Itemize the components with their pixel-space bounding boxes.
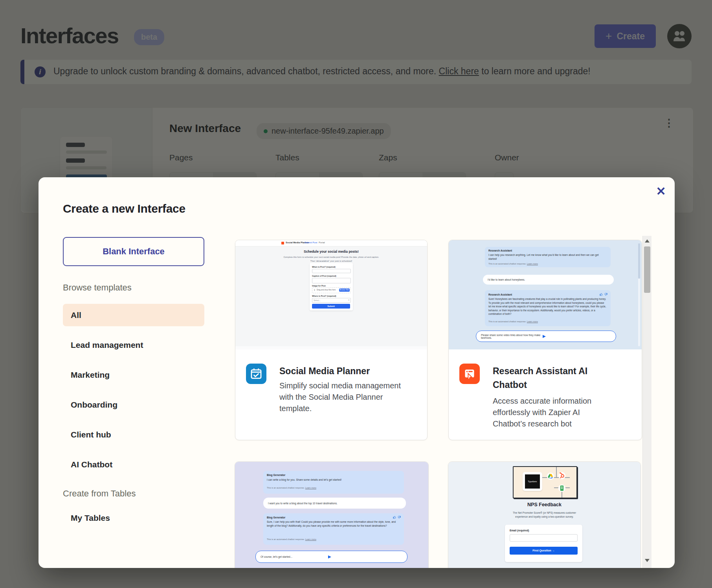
- learn-more-link: Learn more: [527, 263, 538, 265]
- blog-msg2: Sure, I can help you with that! Could yo…: [267, 520, 398, 528]
- sidebar-item-onboarding[interactable]: Onboarding: [63, 393, 204, 416]
- template-title: Social Media Planner: [279, 364, 370, 378]
- smp-sub1: Complete this form to schedule your next…: [235, 256, 427, 258]
- send-icon: [328, 555, 404, 559]
- blog-chat-input: Of course, let's get started...: [255, 551, 407, 563]
- smp-label-where: Where to Post? (required): [312, 295, 336, 297]
- sidebar-item-ai-chatbot[interactable]: AI Chatbot: [63, 453, 204, 476]
- chevron-down-icon: ▾: [348, 299, 349, 301]
- nps-email-input: [510, 534, 578, 542]
- create-interface-modal: ✕ Create a new Interface Blank Interface…: [39, 177, 675, 568]
- nps-email-label: Email (required): [510, 529, 529, 532]
- nps-thumbnail: Typeform: [448, 462, 640, 568]
- smp-nav-submit: Submit Post: [305, 241, 317, 244]
- nps-title: NPS Feedback: [448, 502, 640, 507]
- close-icon[interactable]: ✕: [653, 184, 669, 199]
- nps-illustration: Typeform: [513, 466, 577, 498]
- nps-first-question-button: First Question →: [510, 547, 578, 555]
- smp-thumbnail: Social Media Planner Submit Post Portal …: [235, 240, 427, 349]
- scroll-down-icon[interactable]: [645, 559, 650, 562]
- thumbs-up-icon: [393, 516, 396, 519]
- scrollbar-thumb[interactable]: [644, 246, 650, 293]
- nps-desc1: The Net Promoter Score® (or NPS) measure…: [448, 511, 640, 514]
- template-description: Simplify social media management with th…: [279, 380, 415, 414]
- browse-templates-heading: Browse templates: [63, 283, 132, 293]
- research-user-msg: I'd like to learn about honeybees.: [483, 275, 614, 285]
- thumbs-down-icon: [604, 293, 607, 296]
- research-msg1: I can help you research anything. Let me…: [488, 253, 606, 261]
- template-card-research-assistant[interactable]: Research Assistant I can help you resear…: [448, 240, 642, 440]
- research-bot-name: Research Assistant: [488, 249, 512, 252]
- template-card-blog-generator[interactable]: Blog Generator I can write a blog for yo…: [235, 461, 429, 568]
- chatbot-icon: [459, 364, 480, 384]
- blog-user-msg: I want you to write a blog about the top…: [263, 498, 406, 509]
- research-thumbnail: Research Assistant I can help you resear…: [449, 240, 642, 349]
- nps-desc2: experience and loyalty using a two-quest…: [448, 515, 640, 518]
- thumbnail-scrollbar: [638, 243, 640, 346]
- smp-form: When to Post? (required) Caption of Post…: [310, 263, 353, 311]
- modal-title: Create a new Interface: [63, 202, 185, 215]
- smp-brand-icon: [281, 242, 284, 244]
- blank-interface-button[interactable]: Blank Interface: [63, 237, 204, 266]
- template-description: Access accurate information effortlessly…: [493, 395, 615, 430]
- smp-label-image: Image for Post: [312, 285, 326, 287]
- typeform-logo: Typeform: [523, 472, 542, 491]
- smp-sub2: Then 'abracadabra!' your post is schedul…: [235, 260, 427, 262]
- smp-heading: Schedule your social media posts!: [235, 250, 427, 254]
- template-card-social-media-planner[interactable]: Social Media Planner Submit Post Portal …: [235, 240, 428, 440]
- smp-select: Select...: [314, 299, 321, 301]
- smp-label-when: When to Post? (required): [312, 266, 336, 268]
- modal-scrollbar[interactable]: [642, 236, 651, 568]
- template-card-nps-feedback[interactable]: Typeform: [448, 461, 641, 568]
- blog-bot-name: Blog Generator: [267, 474, 285, 476]
- send-icon: [543, 335, 612, 338]
- hubspot-icon: [558, 472, 566, 480]
- thumbs-down-icon: [398, 516, 401, 519]
- sidebar-item-marketing[interactable]: Marketing: [63, 364, 204, 386]
- research-msg2: Sure! Honeybees are fascinating creature…: [488, 297, 607, 316]
- thumbs-up-icon: [600, 293, 603, 296]
- upload-icon: ⇪: [314, 288, 316, 291]
- smp-dropzone: ⇪ Drag and drop files here Browse files: [312, 287, 351, 293]
- sidebar-item-all[interactable]: All: [63, 304, 204, 326]
- app-root: Interfaces beta + Create i Upgrade to un…: [0, 0, 712, 588]
- sheets-icon: [558, 484, 566, 492]
- sidebar-item-client-hub[interactable]: Client hub: [63, 423, 204, 446]
- drive-icon: [547, 472, 554, 480]
- smp-submit-button: Submit: [312, 304, 350, 309]
- blog-msg1: I can write a blog for you. Share some d…: [267, 478, 396, 482]
- scroll-up-icon[interactable]: [645, 239, 650, 243]
- smp-nav-portal: Portal: [319, 241, 325, 244]
- blog-thumbnail: Blog Generator I can write a blog for yo…: [235, 462, 428, 568]
- nps-form: Email (required) First Question →: [505, 525, 582, 562]
- smp-browse-button: Browse files: [339, 288, 350, 292]
- calendar-icon: [246, 364, 266, 384]
- smp-label-caption: Caption of Post (required): [312, 275, 336, 277]
- sidebar-item-my-tables[interactable]: My Tables: [63, 507, 204, 529]
- template-title: Research Assistant AI Chatbot: [493, 364, 603, 392]
- sidebar-item-lead-management[interactable]: Lead management: [63, 334, 204, 356]
- research-chat-input: Please share some video links about how …: [476, 331, 616, 342]
- create-from-tables-heading: Create from Tables: [63, 489, 136, 499]
